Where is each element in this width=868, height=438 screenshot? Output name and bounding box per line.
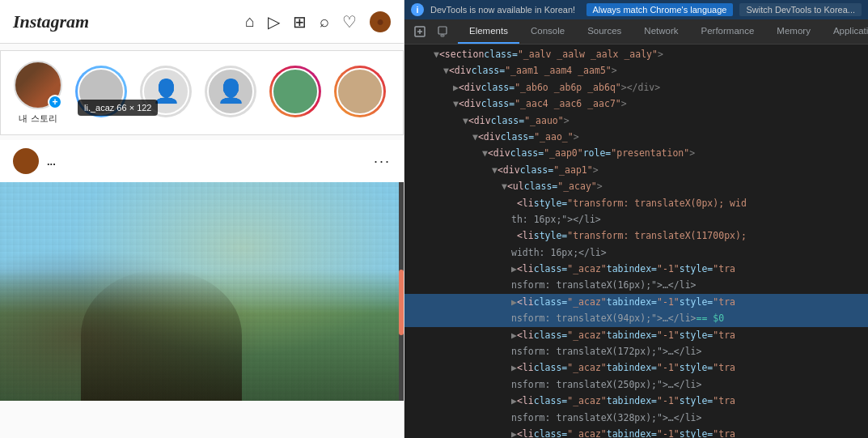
- profile-icon[interactable]: ●: [370, 11, 391, 32]
- home-icon[interactable]: ⌂: [245, 12, 255, 31]
- stories-container: li._acaz 66 × 122 + 내 스토리: [0, 50, 404, 135]
- story-avatar-6-inner: [337, 68, 383, 115]
- instagram-nav: Instagram ⌂ ▷ ⊞ ⌕ ♡ ●: [0, 0, 404, 44]
- tab-console[interactable]: Console: [519, 19, 576, 44]
- story-item-6[interactable]: [334, 66, 386, 121]
- navigation-icon[interactable]: ▷: [268, 12, 280, 32]
- my-story-avatar-wrapper: +: [14, 61, 62, 109]
- story-item-my[interactable]: + 내 스토리: [14, 61, 62, 125]
- add-story-button[interactable]: +: [48, 95, 62, 109]
- post-image: [0, 182, 404, 401]
- scroll-bar-thumb[interactable]: [399, 270, 404, 335]
- svg-rect-2: [441, 35, 444, 36]
- devtools-dom-content[interactable]: ▼ <section class="_aalv _aalw _aalx _aal…: [404, 45, 868, 438]
- tab-performance[interactable]: Performance: [690, 19, 766, 44]
- story-avatar-5-outer: [269, 66, 321, 117]
- dom-line-9[interactable]: <li style="transform: translateX(0px); w…: [404, 195, 868, 211]
- story-avatar-6-outer: [334, 66, 386, 117]
- post-avatar: [13, 148, 39, 174]
- dom-line-0[interactable]: ▼ <section class="_aalv _aalw _aalx _aal…: [404, 46, 868, 62]
- instagram-logo: Instagram: [13, 11, 89, 32]
- tooltip: li._acaz 66 × 122: [78, 100, 158, 116]
- story-avatar-5-inner: [272, 68, 319, 115]
- dom-line-4[interactable]: ▼ <div class="_aauo">: [404, 113, 868, 129]
- post-image-subject: [81, 270, 243, 401]
- svg-rect-1: [438, 27, 447, 34]
- story-avatar-wrapper-6: [334, 66, 386, 117]
- devtools-tabs: Elements Console Sources Network Perform…: [404, 19, 868, 45]
- dom-line-7[interactable]: ▼ <div class="_aap1">: [404, 162, 868, 178]
- dom-line-2[interactable]: ▶ <div class="_ab6o _ab6p _ab6q"></div>: [404, 79, 868, 96]
- post-section: ... ···: [0, 140, 404, 401]
- story-avatar-wrapper-4: 👤: [205, 66, 256, 117]
- dom-line-14[interactable]: nsform: translateX(16px);">…</li>: [404, 277, 868, 293]
- match-language-button[interactable]: Always match Chrome's language: [586, 3, 734, 16]
- scroll-bar-track: [399, 182, 404, 401]
- story-avatar-4-outer: 👤: [205, 66, 256, 117]
- dom-line-3[interactable]: ▼ <div class="_aac4 _aac6 _aac7">: [404, 96, 868, 112]
- story-item-5[interactable]: [269, 66, 321, 121]
- post-header: ... ···: [0, 140, 404, 182]
- instagram-panel: Instagram ⌂ ▷ ⊞ ⌕ ♡ ● li._acaz 66 × 122 …: [0, 0, 404, 438]
- tab-network[interactable]: Network: [633, 19, 689, 44]
- heart-icon[interactable]: ♡: [342, 12, 357, 32]
- search-icon[interactable]: ⌕: [320, 12, 329, 31]
- dom-line-18[interactable]: nsform: translateX(172px);">…</li>: [404, 343, 868, 359]
- dom-line-23[interactable]: ▶ <li class="_acaz" tabindex="-1" style=…: [404, 426, 868, 438]
- dom-line-16[interactable]: nsform: translateX(94px);">…</li> == $0: [404, 310, 868, 326]
- dom-line-13[interactable]: ▶ <li class="_acaz" tabindex="-1" style=…: [404, 261, 868, 277]
- post-user: ...: [13, 148, 56, 174]
- dom-line-21[interactable]: ▶ <li class="_acaz" tabindex="-1" style=…: [404, 393, 868, 409]
- dom-line-20[interactable]: nsform: translateX(250px);">…</li>: [404, 376, 868, 393]
- devtools-panel: i DevTools is now available in Korean! A…: [404, 0, 868, 438]
- tab-memory[interactable]: Memory: [765, 19, 822, 44]
- dom-line-6[interactable]: ▼ <div class="_aap0" role="presentation"…: [404, 145, 868, 161]
- story-item-4[interactable]: 👤: [205, 66, 256, 121]
- devtools-info-bar: i DevTools is now available in Korean! A…: [404, 0, 868, 19]
- dom-line-19[interactable]: ▶ <li class="_acaz" tabindex="-1" style=…: [404, 359, 868, 376]
- dom-line-22[interactable]: nsform: translateX(328px);">…</li>: [404, 410, 868, 426]
- add-square-icon[interactable]: ⊞: [293, 12, 307, 32]
- dom-line-11[interactable]: <li style="transform: translateX(11700px…: [404, 228, 868, 244]
- tab-elements[interactable]: Elements: [458, 19, 519, 44]
- info-icon: i: [411, 3, 424, 16]
- switch-devtools-button[interactable]: Switch DevTools to Korea...: [739, 3, 862, 16]
- dom-line-1[interactable]: ▼ <div class="_aam1 _aam4 _aam5">: [404, 62, 868, 79]
- inspect-element-button[interactable]: [409, 21, 430, 42]
- post-more-button[interactable]: ···: [374, 153, 391, 170]
- dom-line-5[interactable]: ▼ <div class="_aao_">: [404, 129, 868, 145]
- tooltip-size: 66 × 122: [116, 103, 151, 113]
- my-story-label: 내 스토리: [19, 113, 57, 125]
- tooltip-text: li._acaz: [84, 103, 114, 113]
- tab-icon-group: [404, 21, 458, 42]
- dom-line-15[interactable]: ▶ <li class="_acaz" tabindex="-1" style=…: [404, 294, 868, 310]
- story-avatar-wrapper-5: [269, 66, 321, 117]
- dom-line-8[interactable]: ▼ <ul class="_acay">: [404, 178, 868, 194]
- dom-line-10[interactable]: th: 16px;"></li>: [404, 211, 868, 228]
- dom-line-17[interactable]: ▶ <li class="_acaz" tabindex="-1" style=…: [404, 327, 868, 343]
- dom-line-12[interactable]: width: 16px;</li>: [404, 245, 868, 261]
- nav-icons: ⌂ ▷ ⊞ ⌕ ♡ ●: [245, 11, 391, 32]
- info-bar-text: DevTools is now available in Korean!: [430, 5, 580, 15]
- story-avatar-4-inner: 👤: [207, 68, 254, 115]
- tab-sources[interactable]: Sources: [576, 19, 633, 44]
- post-username: ...: [47, 155, 56, 168]
- tab-application[interactable]: Applicatio...: [822, 19, 868, 44]
- stories-row: + 내 스토리 👤: [14, 61, 390, 125]
- device-toolbar-button[interactable]: [432, 21, 453, 42]
